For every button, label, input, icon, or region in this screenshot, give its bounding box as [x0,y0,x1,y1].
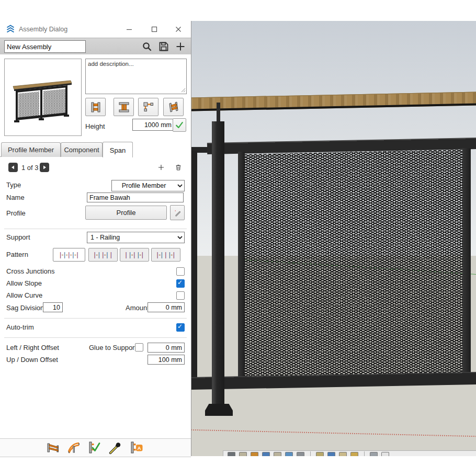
chevron-down-icon [176,236,184,239]
trash-icon [175,163,182,172]
add-assembly-button[interactable] [175,41,186,52]
sag-divisions-input[interactable] [43,302,63,312]
type-label: Type [6,181,21,189]
allow-curve-checkbox[interactable] [176,291,185,300]
divider [4,337,187,338]
assembly-check-icon [87,441,101,455]
dialog-title: Assembly Dialog [19,21,67,38]
curved-assembly-icon [67,441,81,455]
tab-profile-member[interactable]: Profile Member [1,142,61,157]
search-icon [142,41,152,52]
minimize-icon [126,26,132,32]
support-label: Support [6,233,30,241]
save-button[interactable] [158,41,169,52]
type-select-value: Profile Member [112,182,176,189]
delete-span-button[interactable] [172,161,185,174]
horizontal-members-icon [89,101,102,113]
plus-icon [158,163,164,172]
allow-slope-checkbox[interactable] [176,279,185,288]
right-frame-bar[interactable] [462,148,471,384]
member-name-input[interactable] [87,192,184,202]
mesh-panel[interactable] [245,149,462,379]
support-select[interactable]: 1 - Railing [87,232,185,243]
build-assembly-button[interactable] [45,440,61,455]
profile-label: Profile [6,209,26,217]
dialog-titlebar: Assembly Dialog [0,21,191,38]
name-label: Name [6,194,25,201]
glue-to-support-checkbox[interactable] [135,343,143,352]
corner-path-icon [142,101,155,113]
pattern-option-4[interactable]: |-| | |-| [151,248,180,262]
tab-component[interactable]: Component [61,142,103,157]
tab-span[interactable]: Span [103,142,133,158]
viewport-bottom-toolbar[interactable] [223,450,476,456]
search-button[interactable] [141,41,153,52]
assembly-name-input[interactable] [4,40,86,53]
dialog-content: Height [0,54,191,141]
maximize-icon [151,26,157,32]
amount-input[interactable] [148,302,185,312]
next-span-button[interactable] [40,163,49,172]
sketchup-viewport[interactable] [191,21,476,456]
pattern-option-1[interactable]: |-|-|-|-| [53,248,85,262]
auto-assembly-button[interactable]: A [129,440,144,455]
lr-offset-input[interactable] [148,343,185,353]
prev-span-button[interactable] [8,163,18,172]
save-icon [158,41,169,52]
sag-divisions-label: Sag Divisions [6,304,48,312]
dialog-toolbar [0,38,191,55]
resize-handle[interactable] [181,88,186,93]
auto-trim-checkbox[interactable] [176,323,185,332]
pattern-option-2[interactable]: |-| |-| | [88,248,118,262]
svg-text:A: A [138,445,141,451]
minimize-button[interactable] [121,21,137,38]
close-button[interactable] [171,21,186,38]
vertical-members-icon [118,101,130,113]
pattern-option-3[interactable]: | |-| |-| [120,248,149,262]
type-select[interactable]: Profile Member [111,180,185,191]
cross-junctions-checkbox[interactable] [176,267,185,276]
description-textarea[interactable] [85,59,187,94]
height-label: Height [85,122,105,130]
ud-offset-label: Up / Down Offset [6,356,58,364]
profile-button[interactable]: Profile [85,206,167,220]
profile-eyedropper-button[interactable] [170,205,185,220]
auto-trim-label: Auto-trim [6,323,34,331]
corner-path-button[interactable] [138,98,158,116]
add-span-button[interactable] [155,161,167,174]
sample-assembly-button[interactable] [107,440,123,455]
assembly-dialog: Assembly Dialog [0,21,191,456]
height-input[interactable] [132,119,175,131]
sketchup-logo-icon [5,24,16,35]
post-connector [217,103,220,123]
check-icon [175,120,184,130]
sloped-members-button[interactable] [163,98,184,116]
plus-icon [175,41,186,52]
allow-curve-label: Allow Curve [6,291,42,299]
vertical-members-button[interactable] [114,98,134,116]
mid-frame-bar[interactable] [238,152,245,388]
horizontal-members-button[interactable] [85,98,106,116]
glue-to-support-label: Glue to Support [89,344,137,352]
post-base-plate [205,404,233,416]
span-position-label: 1 of 3 [21,164,39,172]
span-form: 1 of 3 Type Profile Member [0,157,191,438]
railing-post[interactable] [212,121,224,408]
apply-height-button[interactable] [173,118,186,132]
eyedropper-icon [174,208,181,218]
cross-junctions-label: Cross Junctions [6,267,54,275]
tab-bar: Profile Member Component Span [0,141,191,157]
ud-offset-input[interactable] [148,355,185,365]
curved-assembly-button[interactable] [66,440,82,455]
chevron-right-icon [42,165,47,169]
build-assembly-icon [46,441,60,455]
left-frame-bar[interactable] [191,151,197,381]
app: Assembly Dialog [0,0,476,476]
close-icon [175,26,182,32]
maximize-button[interactable] [146,21,162,38]
validate-assembly-button[interactable] [86,440,102,455]
assembly-preview-image [5,59,80,134]
assembly-label-icon: A [130,441,143,455]
chevron-down-icon [176,184,184,187]
support-select-value: 1 - Railing [87,234,176,241]
